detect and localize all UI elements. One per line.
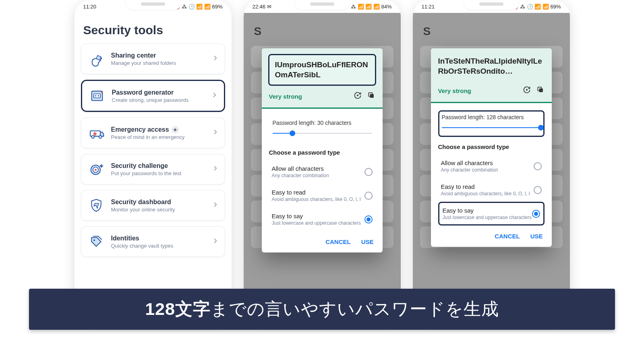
use-button[interactable]: USE — [361, 238, 374, 245]
copy-icon[interactable] — [367, 91, 375, 101]
strength-label: Very strong — [269, 93, 302, 100]
caption-bold: 128文字 — [145, 299, 211, 319]
tool-card-tags[interactable]: Identities Quickly change vault types — [81, 226, 225, 257]
status-right: 🔇 ⁂ 🕒 📶 📶 69% — [512, 4, 561, 10]
tool-title: Sharing center — [111, 52, 206, 59]
option-title: Easy to read — [441, 183, 530, 190]
option-subtitle: Just lowercase and uppercase characters — [272, 220, 361, 226]
copy-icon[interactable] — [536, 86, 545, 95]
shield-icon — [87, 196, 106, 215]
tool-title: Security challenge — [111, 162, 206, 170]
password-type-option[interactable]: Easy to read Avoid ambiguous characters,… — [438, 178, 545, 202]
option-subtitle: Just lowercase and uppercase characters — [443, 215, 532, 220]
caption-rest: までの言いやすいパスワードを生成 — [211, 299, 499, 319]
radio-button[interactable] — [534, 186, 542, 194]
length-slider[interactable] — [442, 124, 541, 132]
chevron-right-icon — [212, 201, 219, 210]
tool-card-pwgen[interactable]: Password generator Create strong, unique… — [81, 80, 225, 112]
option-title: Easy to say — [443, 207, 532, 214]
phone-notch — [125, 0, 181, 10]
radio-button[interactable] — [534, 162, 542, 170]
phone-security-tools: 11:20 🔇 ⁂ 🕒 📶 📶 69% Security tools Shari… — [75, 0, 232, 318]
chevron-right-icon — [212, 237, 219, 246]
share-icon — [87, 50, 106, 68]
password-type-option[interactable]: Easy to say Just lowercase and uppercase… — [438, 202, 545, 225]
length-label: Password length: 30 characters — [273, 120, 372, 126]
radio-button[interactable] — [364, 168, 373, 176]
tool-subtitle: Put your passwords to the test — [111, 170, 206, 176]
regenerate-icon[interactable] — [523, 86, 531, 95]
chevron-right-icon — [212, 165, 219, 174]
tool-card-share[interactable]: Sharing center Manage your shared folder… — [81, 43, 225, 74]
option-title: Allow all characters — [441, 159, 498, 166]
tool-subtitle: Manage your shared folders — [111, 60, 206, 66]
tool-title: Security dashboard — [111, 199, 206, 206]
radio-button[interactable] — [532, 210, 540, 218]
option-subtitle: Any character combination — [441, 167, 498, 173]
regenerate-icon[interactable] — [354, 91, 362, 101]
option-subtitle: Avoid ambiguous characters, like 0, O, l… — [272, 197, 361, 202]
tool-title: Emergency access ◆ — [111, 126, 206, 133]
radio-button[interactable] — [364, 215, 373, 223]
generated-password: IUmprouSHBoLuFfIERONOmATerSibL — [268, 54, 376, 86]
chevron-right-icon — [211, 91, 218, 100]
password-type-option[interactable]: Easy to read Avoid ambiguous characters,… — [269, 184, 375, 207]
status-right: ⁂ 📶 📶 📶 84% — [351, 4, 391, 10]
length-label: Password length: 128 characters — [442, 114, 541, 120]
phone-notch — [463, 0, 520, 10]
svg-point-3 — [526, 89, 527, 91]
option-subtitle: Avoid ambiguous characters, like 0, O, l… — [441, 191, 530, 197]
tool-card-shield[interactable]: Security dashboard Monitor your online s… — [81, 190, 225, 221]
tool-card-ambulance[interactable]: Emergency access ◆ Peace of mind in an e… — [81, 118, 225, 148]
option-title: Allow all characters — [272, 165, 329, 172]
svg-rect-4 — [539, 89, 543, 92]
ambulance-icon — [87, 124, 106, 142]
option-title: Easy to say — [272, 213, 361, 219]
option-subtitle: Any character combination — [272, 173, 329, 178]
type-section-title: Choose a password type — [269, 149, 375, 156]
tool-subtitle: Create strong, unique passwords — [112, 97, 205, 103]
caption-banner: 128文字までの言いやすいパスワードを生成 — [29, 289, 615, 330]
password-type-option[interactable]: Allow all characters Any character combi… — [269, 160, 375, 184]
tool-title: Password generator — [112, 89, 205, 96]
behind-title: S — [417, 21, 566, 42]
status-time: 11:21 — [422, 4, 435, 10]
status-time: 22:46 ✉ — [253, 4, 271, 10]
phone-pwgen-30: 22:46 ✉ ⁂ 📶 📶 📶 84% S IUmprouSHBoLuFfIER… — [244, 0, 401, 318]
target-icon — [87, 160, 106, 178]
svg-point-0 — [357, 95, 358, 96]
behind-title: S — [248, 21, 397, 42]
chevron-right-icon — [212, 54, 219, 63]
phone-notch — [294, 0, 350, 10]
password-generator-dialog: InTeSteNTheRaLlpideNItylLeRbOrSTeRsOndit… — [431, 48, 552, 247]
tool-title: Identities — [111, 235, 206, 242]
status-time: 11:20 — [83, 4, 97, 10]
tags-icon — [87, 232, 106, 251]
pwgen-icon — [88, 87, 106, 105]
status-right: 🔇 ⁂ 🕒 📶 📶 69% — [174, 4, 222, 10]
tool-subtitle: Peace of mind in an emergency — [111, 134, 206, 140]
tool-subtitle: Quickly change vault types — [111, 243, 206, 249]
password-type-option[interactable]: Easy to say Just lowercase and uppercase… — [269, 207, 375, 231]
cancel-button[interactable]: CANCEL — [325, 238, 351, 245]
cancel-button[interactable]: CANCEL — [495, 233, 520, 240]
radio-button[interactable] — [364, 192, 373, 200]
strength-label: Very strong — [438, 87, 472, 94]
password-generator-dialog: IUmprouSHBoLuFfIERONOmATerSibL Very stro… — [262, 48, 383, 252]
length-slider[interactable] — [273, 129, 372, 137]
tool-card-target[interactable]: Security challenge Put your passwords to… — [81, 154, 225, 184]
page-title: Security tools — [81, 16, 225, 43]
generated-password: InTeSteNTheRaLlpideNItylLeRbOrSTeRsOndit… — [437, 54, 545, 80]
password-type-option[interactable]: Allow all characters Any character combi… — [438, 154, 545, 178]
tool-subtitle: Monitor your online security — [111, 207, 206, 213]
type-section-title: Choose a password type — [438, 143, 545, 150]
option-title: Easy to read — [272, 189, 361, 196]
phone-pwgen-128: 11:21 🔇 ⁂ 🕒 📶 📶 69% S InTeSteNTheRaLlpid… — [413, 0, 570, 318]
premium-badge-icon: ◆ — [172, 126, 179, 133]
chevron-right-icon — [212, 128, 219, 137]
svg-rect-1 — [370, 94, 373, 98]
use-button[interactable]: USE — [530, 233, 543, 240]
